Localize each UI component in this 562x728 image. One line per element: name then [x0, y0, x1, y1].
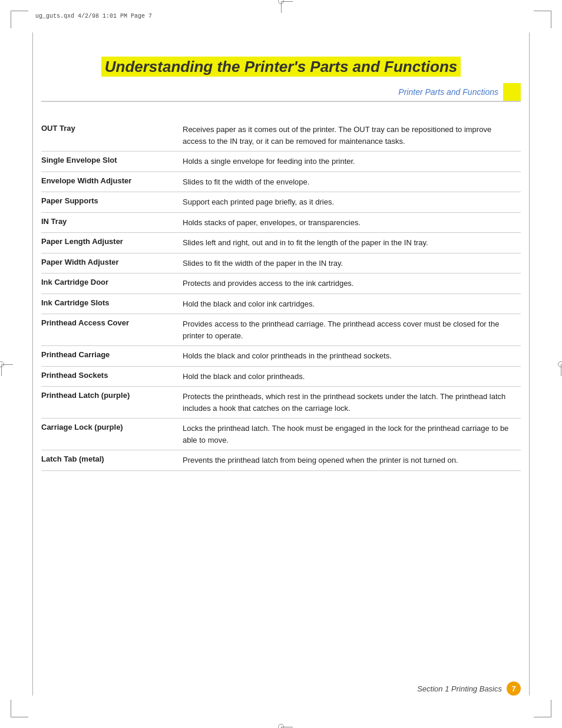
table-row: Carriage Lock (purple)Locks the printhea… — [41, 419, 521, 450]
table-row: Paper SupportsSupport each printed page … — [41, 192, 521, 213]
description-cell: Hold the black and color printheads. — [183, 366, 521, 387]
term-cell: OUT Tray — [41, 120, 183, 151]
description-cell: Hold the black and color ink cartridges. — [183, 294, 521, 314]
file-info: ug_guts.qxd 4/2/98 1:01 PM Page 7 — [35, 13, 152, 19]
corner-mark-bl — [11, 700, 28, 717]
term-cell: Single Envelope Slot — [41, 151, 183, 172]
description-cell: Holds stacks of paper, envelopes, or tra… — [183, 212, 521, 233]
term-cell: Printhead Sockets — [41, 366, 183, 387]
term-cell: Printhead Latch (purple) — [41, 387, 183, 419]
footer: Section 1 Printing Basics 7 — [417, 681, 521, 696]
title-section: Understanding the Printer's Parts and Fu… — [41, 56, 521, 77]
table-row: Printhead Latch (purple)Protects the pri… — [41, 387, 521, 419]
description-cell: Protects the printheads, which rest in t… — [183, 387, 521, 419]
description-cell: Receives paper as it comes out of the pr… — [183, 120, 521, 151]
term-cell: Ink Cartridge Slots — [41, 294, 183, 314]
subtitle-area: Printer Parts and Functions — [41, 83, 521, 102]
description-cell: Provides access to the printhead carriag… — [183, 314, 521, 346]
table-row: Printhead Access CoverProvides access to… — [41, 314, 521, 346]
description-cell: Holds the black and color printheads in … — [183, 346, 521, 367]
corner-mark-br — [534, 700, 551, 717]
parts-table: OUT TrayReceives paper as it comes out o… — [41, 120, 521, 471]
term-cell: Latch Tab (metal) — [41, 450, 183, 471]
page-title: Understanding the Printer's Parts and Fu… — [101, 57, 461, 77]
term-cell: Printhead Carriage — [41, 346, 183, 367]
description-cell: Locks the printhead latch. The hook must… — [183, 419, 521, 450]
table-row: Paper Width AdjusterSlides to fit the wi… — [41, 253, 521, 274]
left-margin-line — [32, 32, 33, 696]
corner-mark-tr — [534, 11, 551, 28]
table-row: Printhead SocketsHold the black and colo… — [41, 366, 521, 387]
term-cell: IN Tray — [41, 212, 183, 233]
page-number-badge: 7 — [507, 681, 521, 696]
yellow-tab-indicator — [503, 83, 521, 101]
description-cell: Protects and provides access to the ink … — [183, 274, 521, 294]
table-row: OUT TrayReceives paper as it comes out o… — [41, 120, 521, 151]
description-cell: Support each printed page briefly, as it… — [183, 192, 521, 213]
page: ug_guts.qxd 4/2/98 1:01 PM Page 7 Unders… — [0, 0, 562, 728]
table-row: IN TrayHolds stacks of paper, envelopes,… — [41, 212, 521, 233]
table-row: Ink Cartridge DoorProtects and provides … — [41, 274, 521, 294]
table-row: Latch Tab (metal)Prevents the printhead … — [41, 450, 521, 471]
description-cell: Slides to fit the width of the paper in … — [183, 253, 521, 274]
right-margin-line — [529, 32, 530, 696]
term-cell: Ink Cartridge Door — [41, 274, 183, 294]
description-cell: Prevents the printhead latch from being … — [183, 450, 521, 471]
subtitle-tab: Printer Parts and Functions — [394, 83, 521, 101]
term-cell: Paper Width Adjuster — [41, 253, 183, 274]
subtitle-text: Printer Parts and Functions — [394, 85, 503, 99]
term-cell: Printhead Access Cover — [41, 314, 183, 346]
description-cell: Slides left and right, out and in to fit… — [183, 233, 521, 253]
table-row: Single Envelope SlotHolds a single envel… — [41, 151, 521, 172]
table-row: Paper Length AdjusterSlides left and rig… — [41, 233, 521, 253]
term-cell: Carriage Lock (purple) — [41, 419, 183, 450]
description-cell: Slides to fit the width of the envelope. — [183, 172, 521, 192]
footer-section-label: Section 1 Printing Basics — [417, 684, 502, 693]
term-cell: Envelope Width Adjuster — [41, 172, 183, 192]
table-row: Printhead CarriageHolds the black and co… — [41, 346, 521, 367]
term-cell: Paper Length Adjuster — [41, 233, 183, 253]
corner-mark-tl — [11, 11, 28, 28]
description-cell: Holds a single envelope for feeding into… — [183, 151, 521, 172]
table-row: Ink Cartridge SlotsHold the black and co… — [41, 294, 521, 314]
table-row: Envelope Width AdjusterSlides to fit the… — [41, 172, 521, 192]
term-cell: Paper Supports — [41, 192, 183, 213]
page-number: 7 — [511, 684, 515, 693]
